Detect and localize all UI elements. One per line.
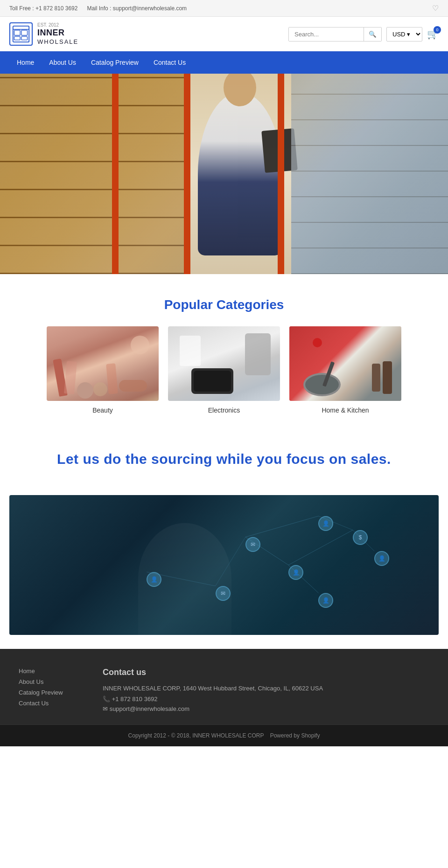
beauty-image [47, 326, 159, 401]
nav-about[interactable]: About Us [42, 52, 84, 73]
footer-link-about[interactable]: About Us [19, 678, 75, 685]
world-network-section: 👤 ✉ 👤 ✉ $ 👤 👤 👤 [9, 495, 439, 635]
footer-link-home[interactable]: Home [19, 668, 75, 675]
footer-email: ✉ support@innerwholesale.com [103, 705, 429, 712]
search-icon: 🔍 [369, 31, 377, 38]
svg-line-12 [147, 572, 215, 586]
site-header: EST. 2012 INNER WHOLSALE 🔍 USD ▾ 🛒 0 [0, 17, 448, 51]
hero-overlay [0, 74, 448, 274]
currency-select[interactable]: USD ▾ [386, 27, 422, 41]
beauty-label: Beauty [47, 406, 159, 414]
network-lines-svg [9, 495, 439, 635]
powered-by: Powered by Shopify [270, 732, 320, 739]
svg-line-8 [288, 530, 353, 565]
categories-grid: Beauty Electronics [9, 326, 439, 414]
electronics-img-inner [168, 326, 280, 401]
svg-line-6 [245, 516, 318, 537]
electronics-label: Electronics [168, 406, 280, 414]
main-navbar: Home About Us Catalog Preview Contact Us [0, 51, 448, 74]
footer-link-catalog[interactable]: Catalog Preview [19, 689, 75, 696]
nav-contact[interactable]: Contact Us [146, 52, 193, 73]
top-bar-right: ♡ [432, 4, 439, 13]
svg-rect-2 [14, 36, 21, 40]
logo-sub: WHOLSALE [37, 38, 78, 46]
svg-line-10 [318, 516, 353, 530]
popular-heading: Popular Categories [9, 297, 439, 312]
logo-icon [9, 22, 33, 46]
hero-banner [0, 74, 448, 274]
svg-line-11 [353, 530, 374, 551]
svg-line-13 [216, 537, 245, 586]
kitchen-image [289, 326, 401, 401]
beauty-img-inner [47, 326, 159, 401]
search-button[interactable]: 🔍 [364, 28, 381, 41]
footer-contact: Contact us INNER WHOLESALE CORP, 1640 We… [103, 668, 429, 715]
logo-svg [12, 24, 30, 44]
site-footer: Home About Us Catalog Preview Contact Us… [0, 649, 448, 724]
popular-categories-section: Popular Categories Beauty [0, 274, 448, 428]
footer-contact-heading: Contact us [103, 668, 429, 677]
category-electronics[interactable]: Electronics [168, 326, 280, 414]
svg-rect-1 [14, 30, 21, 35]
copyright-bar: Copyright 2012 - © 2018, INNER WHOLESALE… [0, 724, 448, 746]
wishlist-icon[interactable]: ♡ [432, 4, 439, 13]
logo-brand: INNER [37, 28, 78, 38]
category-kitchen[interactable]: Home & Kitchen [289, 326, 401, 414]
phone-icon: 📞 [103, 696, 112, 703]
world-overlay-bg: 👤 ✉ 👤 ✉ $ 👤 👤 👤 [9, 495, 439, 635]
footer-link-contact[interactable]: Contact Us [19, 700, 75, 707]
svg-rect-4 [21, 36, 28, 40]
sourcing-heading: Let us do the sourcing while you focus o… [9, 451, 439, 467]
nav-catalog[interactable]: Catalog Preview [84, 52, 146, 73]
footer-links: Home About Us Catalog Preview Contact Us [19, 668, 75, 715]
mail-info-text: Mail Info : support@innerwholesale.com [87, 5, 187, 12]
sourcing-text-end: while you focus on sales. [212, 451, 391, 467]
category-beauty[interactable]: Beauty [47, 326, 159, 414]
logo-est: EST. 2012 [37, 22, 78, 28]
svg-line-9 [288, 565, 318, 593]
electronics-image [168, 326, 280, 401]
sourcing-text-normal: Let us do the [57, 451, 151, 467]
toll-free-text: Toll Free : +1 872 810 3692 [9, 5, 77, 12]
logo-area[interactable]: EST. 2012 INNER WHOLSALE [9, 22, 78, 46]
search-box[interactable]: 🔍 [288, 27, 382, 41]
email-icon: ✉ [103, 705, 110, 712]
sourcing-highlight: sourcing [151, 451, 212, 467]
cart-button[interactable]: 🛒 0 [427, 28, 439, 40]
svg-line-7 [245, 537, 288, 565]
kitchen-img-inner [289, 326, 401, 401]
top-bar-left: Toll Free : +1 872 810 3692 Mail Info : … [9, 5, 187, 12]
nav-home[interactable]: Home [9, 52, 42, 73]
copyright-text: Copyright 2012 - © 2018, INNER WHOLESALE… [128, 732, 264, 739]
top-bar: Toll Free : +1 872 810 3692 Mail Info : … [0, 0, 448, 17]
header-right: 🔍 USD ▾ 🛒 0 [288, 27, 439, 41]
kitchen-label: Home & Kitchen [289, 406, 401, 414]
footer-address: INNER WHOLESALE CORP, 1640 West Hubbard … [103, 685, 429, 692]
sourcing-section: Let us do the sourcing while you focus o… [0, 428, 448, 481]
search-input[interactable] [289, 28, 364, 41]
popular-heading-normal: Popular [164, 297, 217, 312]
footer-phone: 📞 +1 872 810 3692 [103, 696, 429, 703]
logo-text: EST. 2012 INNER WHOLSALE [37, 22, 78, 45]
popular-heading-highlight: Categories [217, 297, 284, 312]
cart-badge: 0 [434, 26, 441, 34]
svg-rect-3 [21, 30, 28, 35]
